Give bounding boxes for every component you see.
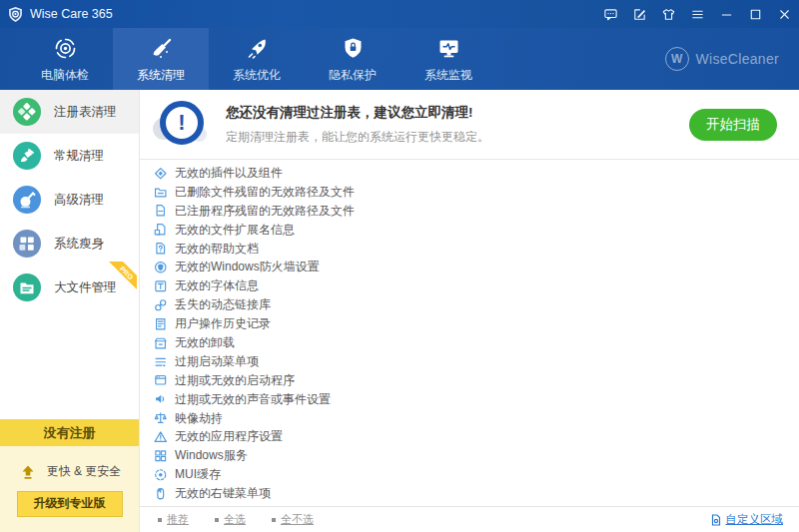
sidebar-items: 注册表清理常规清理高级清理系统瘦身大文件管理PRO <box>0 90 139 309</box>
folder-minus-icon <box>154 185 168 199</box>
checklist-item-label: 无效的文件扩展名信息 <box>175 222 295 239</box>
checklist-item[interactable]: 过期或无效的声音或事件设置 <box>154 390 799 409</box>
upgrade-to-pro-button[interactable]: 升级到专业版 <box>17 491 123 517</box>
tab-pc-checkup[interactable]: 电脑体检 <box>17 28 113 90</box>
sidebar-item-big-files-manager[interactable]: 大文件管理PRO <box>0 266 139 309</box>
minimize-icon[interactable] <box>712 0 741 28</box>
system-cleaner-icon <box>148 35 175 62</box>
checklist-item[interactable]: 无效的字体信息 <box>154 276 799 295</box>
select-none-link[interactable]: 全不选 <box>272 512 314 527</box>
windows-services-icon <box>154 449 168 463</box>
checklist-item[interactable]: 无效的帮助文档 <box>154 240 799 259</box>
start-scan-button[interactable]: 开始扫描 <box>689 109 777 141</box>
checklist-item-label: 映像劫持 <box>175 410 223 427</box>
titlebar-buttons <box>596 0 799 28</box>
tab-label: 系统优化 <box>233 67 281 84</box>
font-info-icon <box>154 279 168 293</box>
checklist-item-label: MUI缓存 <box>175 466 221 483</box>
checklist-item[interactable]: 过期或无效的启动程序 <box>154 371 799 390</box>
file-extension-icon <box>154 223 168 237</box>
alert-exclamation-icon: ! <box>152 96 210 154</box>
checklist-item[interactable]: 无效的卸载 <box>154 333 799 352</box>
nav-tabs: 电脑体检系统清理系统优化隐私保护系统监视 <box>17 28 496 90</box>
upgrade-arrow-icon <box>18 462 38 482</box>
registry-cleaner-icon <box>13 98 41 126</box>
select-all-link[interactable]: 全选 <box>215 512 246 527</box>
bullet-icon <box>272 518 276 522</box>
checklist-item[interactable]: 无效的应用程序设置 <box>154 427 799 446</box>
bullet-icon <box>215 518 219 522</box>
custom-area-doc-icon <box>710 514 722 526</box>
checklist-item-label: 丢失的动态链接库 <box>175 296 271 313</box>
checklist-item-label: 过期启动菜单项 <box>175 353 259 370</box>
maximize-icon[interactable] <box>741 0 770 28</box>
selection-links: 推荐全选全不选 <box>158 512 314 527</box>
checklist-item[interactable]: 无效的Windows防火墙设置 <box>154 258 799 276</box>
startup-program-icon <box>154 373 168 387</box>
checklist-item-label: 无效的卸载 <box>175 334 235 351</box>
privacy-protector-icon <box>340 35 367 62</box>
tab-privacy-protector[interactable]: 隐私保护 <box>305 28 400 90</box>
tab-system-tuneup[interactable]: 系统优化 <box>209 28 305 90</box>
checklist-item-label: 无效的字体信息 <box>175 277 259 294</box>
custom-area-link[interactable]: 自定义区域 <box>710 512 784 527</box>
tab-label: 电脑体检 <box>41 67 89 84</box>
firewall-shield-icon <box>154 261 168 274</box>
checklist-item[interactable]: 映像劫持 <box>154 409 799 428</box>
checklist-item-label: 无效的Windows防火墙设置 <box>175 259 320 275</box>
bullet-icon <box>158 518 162 522</box>
register-status-bar[interactable]: 没有注册 <box>0 419 139 446</box>
checklist-item-label: 过期或无效的声音或事件设置 <box>175 391 331 408</box>
dll-link-icon <box>154 298 168 312</box>
checklist-item-label: 无效的应用程序设置 <box>175 428 283 445</box>
upgrade-area: 更快 & 更安全 升级到专业版 <box>0 446 139 532</box>
image-hijack-icon <box>154 411 168 425</box>
footer-bar: 推荐全选全不选 自定义区域 <box>140 506 799 532</box>
checklist-item[interactable]: 无效的插件以及组件 <box>154 164 799 183</box>
context-menu-mouse-icon <box>154 487 168 501</box>
sidebar-item-system-slimming[interactable]: 系统瘦身 <box>0 222 139 266</box>
help-doc-icon <box>154 242 168 256</box>
checklist-item-label: 已删除文件残留的无效路径及文件 <box>175 184 355 201</box>
checklist-item-label: 无效的右键菜单项 <box>175 485 271 502</box>
checklist-item[interactable]: Windows服务 <box>154 446 799 465</box>
mui-cache-icon <box>154 468 168 482</box>
recommended-link[interactable]: 推荐 <box>158 512 189 527</box>
checklist-item[interactable]: 丢失的动态链接库 <box>154 295 799 314</box>
alert-subtitle: 定期清理注册表，能让您的系统运行更快更稳定。 <box>226 129 489 146</box>
sidebar-item-advanced-cleaner[interactable]: 高级清理 <box>0 178 139 222</box>
checklist-item-label: Windows服务 <box>175 447 248 464</box>
edit-note-icon[interactable] <box>625 0 654 28</box>
checklist-item[interactable]: MUI缓存 <box>154 465 799 484</box>
alert-texts: 您还没有清理过注册表，建议您立即清理! 定期清理注册表，能让您的系统运行更快更稳… <box>226 104 489 146</box>
alert-title: 您还没有清理过注册表，建议您立即清理! <box>226 104 489 122</box>
tab-system-monitor[interactable]: 系统监视 <box>400 28 496 90</box>
checklist-item-label: 用户操作历史记录 <box>175 315 271 332</box>
menu-icon[interactable] <box>683 0 712 28</box>
tab-label: 隐私保护 <box>329 67 377 84</box>
checklist-item[interactable]: 用户操作历史记录 <box>154 314 799 333</box>
registry-scan-checklist: 无效的插件以及组件已删除文件残留的无效路径及文件已注册程序残留的无效路径及文件无… <box>140 160 799 506</box>
common-cleaner-icon <box>13 142 41 170</box>
sidebar-item-common-cleaner[interactable]: 常规清理 <box>0 134 139 178</box>
checklist-item[interactable]: 无效的右键菜单项 <box>154 484 799 503</box>
system-slimming-icon <box>13 230 41 258</box>
sidebar-spacer <box>0 309 139 419</box>
checklist-item[interactable]: 过期启动菜单项 <box>154 352 799 371</box>
sidebar-item-label: 常规清理 <box>54 148 104 165</box>
close-icon[interactable] <box>770 0 799 28</box>
sidebar: 注册表清理常规清理高级清理系统瘦身大文件管理PRO 没有注册 更快 & 更安全 … <box>0 90 140 532</box>
checklist-item[interactable]: 已删除文件残留的无效路径及文件 <box>154 183 799 202</box>
tab-system-cleaner[interactable]: 系统清理 <box>113 28 209 90</box>
system-tuneup-icon <box>244 35 271 62</box>
theme-shirt-icon[interactable] <box>654 0 683 28</box>
titlebar: Wise Care 365 <box>0 0 799 28</box>
checklist-item-label: 已注册程序残留的无效路径及文件 <box>175 203 355 220</box>
file-minus-icon <box>154 204 168 218</box>
feedback-icon[interactable] <box>596 0 625 28</box>
sidebar-item-registry-cleaner[interactable]: 注册表清理 <box>0 90 139 134</box>
sidebar-item-label: 高级清理 <box>54 192 104 209</box>
checklist-item[interactable]: 无效的文件扩展名信息 <box>154 221 799 240</box>
app-warning-icon <box>154 430 168 444</box>
checklist-item[interactable]: 已注册程序残留的无效路径及文件 <box>154 202 799 221</box>
